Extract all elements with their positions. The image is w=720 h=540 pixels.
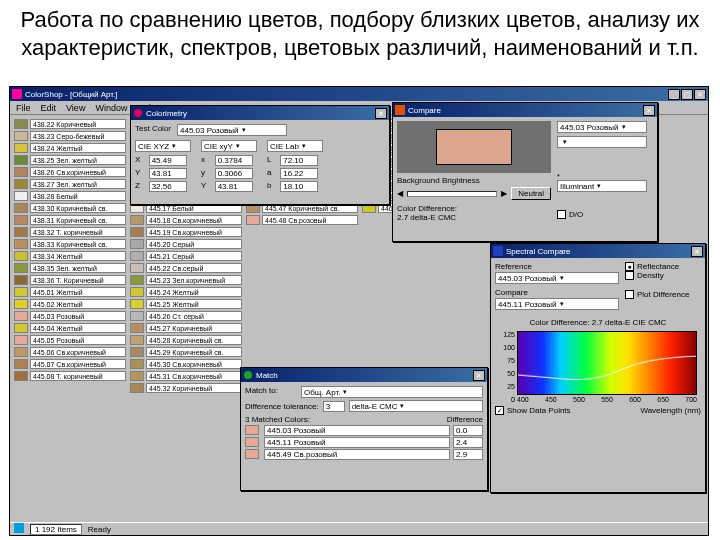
color-row[interactable]: 445.29 Коричневый св. (130, 346, 242, 357)
color-label: 445.22 Св.серый (146, 263, 242, 273)
compare-close[interactable]: ✕ (643, 105, 655, 116)
colorimetry-window[interactable]: Colorimetry ✕ Test Color 445.03 Розовый … (130, 105, 390, 205)
menu-view[interactable]: View (66, 103, 85, 113)
swatch-icon (14, 239, 28, 249)
tol-unit-dropdown[interactable]: delta-E CMC (349, 400, 483, 412)
color-row[interactable]: 445.28 Коричневый св. (130, 334, 242, 345)
show-points-checkbox[interactable]: ✓Show Data Points (495, 406, 571, 415)
spectral-window[interactable]: Spectral Compare ✕ Reference 445.03 Розо… (490, 243, 706, 493)
spectral-close[interactable]: ✕ (691, 246, 703, 257)
status-icon (14, 523, 24, 535)
color-row[interactable]: 445.32 Коричневый (130, 382, 242, 393)
neutral-button[interactable]: Neutral (511, 187, 551, 200)
reflectance-radio[interactable]: ●Reflectance (625, 262, 679, 271)
match-name: 445.49 Св.розовый (264, 449, 450, 460)
compare-ref-dropdown[interactable]: 445.03 Розовый (557, 121, 647, 133)
color-row[interactable]: 445.48 Св.розовый (246, 214, 358, 225)
match-row[interactable]: 445.49 Св.розовый2.9 (245, 449, 483, 460)
color-row[interactable]: 438.27 Зел. желтый (14, 178, 126, 189)
color-row[interactable]: 438.25 Зел. желтый (14, 154, 126, 165)
space3-dropdown[interactable]: CIE Lab (267, 140, 323, 152)
space2-dropdown[interactable]: CIE xyY (201, 140, 257, 152)
coord-value: 45.49 (149, 155, 187, 166)
swatch-icon (14, 263, 28, 273)
swatch-icon (14, 359, 28, 369)
close-button[interactable]: ✕ (694, 89, 706, 100)
swatch-icon (14, 287, 28, 297)
coord-label: Y (135, 168, 145, 179)
color-row[interactable]: 445.31 Св.коричневый (130, 370, 242, 381)
color-row[interactable]: 438.22 Коричневый (14, 118, 126, 129)
swatch-icon (14, 119, 28, 129)
svg-rect-1 (14, 523, 24, 533)
color-row[interactable]: 445.22 Св.серый (130, 262, 242, 273)
color-row[interactable]: 438.30 Коричневый св. (14, 202, 126, 213)
color-row[interactable]: 445.26 Ст. серый (130, 310, 242, 321)
color-row[interactable]: 438.32 Т. коричневый (14, 226, 126, 237)
color-row[interactable]: 438.35 Зел. желтый (14, 262, 126, 273)
compare-window[interactable]: Compare ✕ Background Brightness ◀▶ Neutr… (392, 102, 658, 242)
swatch-icon (130, 299, 144, 309)
color-row[interactable]: 445.05 Розовый (14, 334, 126, 345)
color-row[interactable]: 445.27 Коричневый (130, 322, 242, 333)
menu-window[interactable]: Window (95, 103, 127, 113)
match-row[interactable]: 445.03 Розовый0.0 (245, 425, 483, 436)
match-row[interactable]: 445.11 Розовый2.4 (245, 437, 483, 448)
basis-dropdown[interactable]: Illuminant (557, 180, 647, 192)
color-row[interactable]: 445.21 Серый (130, 250, 242, 261)
brightness-slider[interactable] (407, 191, 497, 197)
minimize-button[interactable]: _ (668, 89, 680, 100)
app-titlebar[interactable]: ColorShop - [Общий Арт.] _ ▢ ✕ (10, 87, 708, 101)
color-row[interactable]: 438.26 Св.коричневый (14, 166, 126, 177)
compare-cmp-dropdown[interactable] (557, 136, 647, 148)
color-row[interactable]: 445.06 Св.коричневый (14, 346, 126, 357)
color-row[interactable]: 438.33 Коричневый св. (14, 238, 126, 249)
color-row[interactable]: 438.24 Желтый (14, 142, 126, 153)
tol-input[interactable]: 3 (323, 401, 345, 412)
swatch-icon (130, 371, 144, 381)
match-window[interactable]: Match ✕ Match to: Общ. Арт. Difference t… (240, 367, 488, 491)
color-row[interactable]: 445.19 Св.коричневый (130, 226, 242, 237)
slide-title: Работа по сравнению цветов, подбору близ… (0, 0, 720, 65)
color-row[interactable]: 445.04 Желтый (14, 322, 126, 333)
bg-bright-label: Background Brightness (397, 176, 480, 185)
maximize-button[interactable]: ▢ (681, 89, 693, 100)
color-row[interactable]: 438.28 Белый (14, 190, 126, 201)
spectral-ref-dropdown[interactable]: 445.03 Розовый (495, 272, 619, 284)
test-color-dropdown[interactable]: 445.03 Розовый (177, 124, 287, 136)
color-row[interactable]: 445.01 Желтый (14, 286, 126, 297)
color-row[interactable]: 438.31 Коричневый св. (14, 214, 126, 225)
tol-label: Difference tolerance: (245, 402, 319, 411)
color-row[interactable]: 438.23 Серо-бежевый (14, 130, 126, 141)
do-checkbox[interactable]: D/O (557, 210, 583, 219)
color-label: 445.31 Св.коричневый (146, 371, 242, 381)
match-to-label: Match to: (245, 386, 297, 398)
coord-label: Y (201, 181, 211, 192)
color-row[interactable]: 438.36 Т. Коричневый (14, 274, 126, 285)
density-radio[interactable]: Density (625, 271, 664, 280)
app-window: ColorShop - [Общий Арт.] _ ▢ ✕ File Edit… (9, 86, 709, 536)
colorimetry-close[interactable]: ✕ (375, 108, 387, 119)
match-close[interactable]: ✕ (473, 370, 485, 381)
space1-dropdown[interactable]: CIE XYZ (135, 140, 191, 152)
color-row[interactable]: 445.25 Желтый (130, 298, 242, 309)
color-row[interactable]: 445.24 Желтый (130, 286, 242, 297)
color-label: 445.19 Св.коричневый (146, 227, 242, 237)
spectral-cmp-dropdown[interactable]: 445.11 Розовый (495, 298, 619, 310)
color-label: 445.20 Серый (146, 239, 242, 249)
color-row[interactable]: 445.23 Зел.коричневый (130, 274, 242, 285)
color-row[interactable]: 445.08 Т. коричневый (14, 370, 126, 381)
plot-diff-checkbox[interactable]: Plot Difference (625, 290, 689, 299)
swatch-icon (14, 155, 28, 165)
color-row[interactable]: 445.20 Серый (130, 238, 242, 249)
color-row[interactable]: 445.18 Св.коричневый (130, 214, 242, 225)
ref-label: Reference (495, 262, 532, 271)
color-row[interactable]: 445.07 Св.коричневый (14, 358, 126, 369)
color-row[interactable]: 445.03 Розовый (14, 310, 126, 321)
menu-file[interactable]: File (16, 103, 31, 113)
color-row[interactable]: 445.02 Желтый (14, 298, 126, 309)
color-row[interactable]: 445.30 Св.коричневый (130, 358, 242, 369)
match-to-dropdown[interactable]: Общ. Арт. (301, 386, 483, 398)
menu-edit[interactable]: Edit (41, 103, 57, 113)
color-row[interactable]: 438.34 Желтый (14, 250, 126, 261)
